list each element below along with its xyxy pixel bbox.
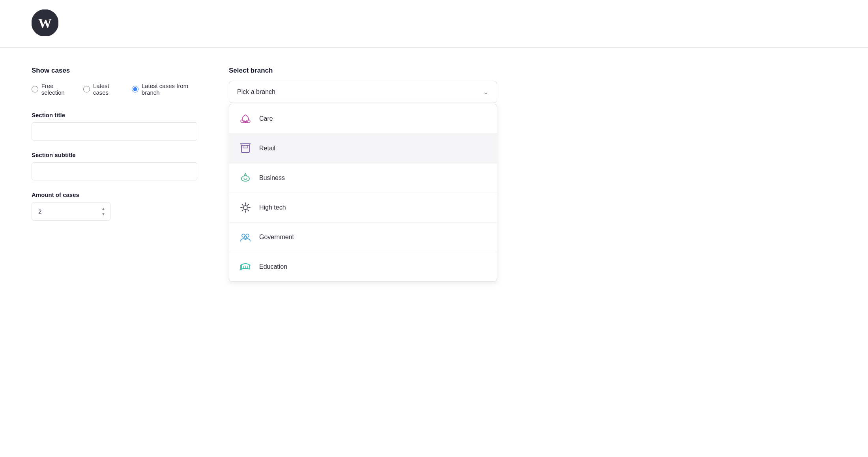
main-content: Show cases Free selection Latest cases L… [0, 48, 868, 301]
section-subtitle-label: Section subtitle [32, 152, 197, 158]
retail-icon [238, 141, 253, 156]
government-icon [238, 230, 253, 245]
amount-of-cases-input[interactable] [32, 202, 110, 221]
branch-option-business[interactable]: Business [229, 163, 497, 193]
branch-retail-label: Retail [259, 145, 275, 152]
section-title-input[interactable] [32, 122, 197, 140]
amount-input-wrapper: ▲ ▼ [32, 202, 110, 221]
branch-education-label: Education [259, 263, 287, 270]
section-subtitle-input[interactable] [32, 162, 197, 180]
radio-option-latest-cases[interactable]: Latest cases [83, 82, 121, 96]
business-icon [238, 170, 253, 185]
spinner-down-button[interactable]: ▼ [100, 212, 107, 217]
radio-latest-cases-branch-label: Latest cases from branch [142, 82, 197, 96]
show-cases-group: Show cases Free selection Latest cases L… [32, 67, 197, 96]
radio-latest-cases-label: Latest cases [93, 82, 121, 96]
svg-point-9 [243, 206, 247, 210]
radio-free-selection-label: Free selection [41, 82, 73, 96]
branch-option-government[interactable]: Government [229, 223, 497, 252]
care-icon [238, 111, 253, 126]
wordpress-logo: W [32, 9, 58, 36]
svg-rect-5 [243, 145, 248, 148]
amount-of-cases-label: Amount of cases [32, 191, 197, 198]
radio-option-free-selection[interactable]: Free selection [32, 82, 72, 96]
select-branch-label: Select branch [229, 67, 497, 75]
education-icon [238, 259, 253, 274]
show-cases-label: Show cases [32, 67, 197, 75]
branch-government-label: Government [259, 234, 294, 241]
chevron-down-icon: ⌄ [483, 88, 489, 96]
spinner-up-button[interactable]: ▲ [100, 206, 107, 211]
radio-option-latest-cases-branch[interactable]: Latest cases from branch [132, 82, 197, 96]
right-panel: Select branch Pick a branch ⌄ Car [229, 67, 497, 282]
amount-of-cases-group: Amount of cases ▲ ▼ [32, 191, 197, 221]
svg-text:W: W [38, 16, 52, 30]
section-title-group: Section title [32, 112, 197, 140]
svg-point-12 [244, 236, 247, 238]
hightech-icon [238, 200, 253, 215]
radio-group: Free selection Latest cases Latest cases… [32, 82, 197, 96]
left-panel: Show cases Free selection Latest cases L… [32, 67, 197, 232]
radio-latest-cases[interactable] [83, 85, 90, 93]
section-subtitle-group: Section subtitle [32, 152, 197, 180]
branch-option-high-tech[interactable]: High tech [229, 193, 497, 223]
radio-latest-cases-branch[interactable] [132, 85, 138, 93]
branch-business-label: Business [259, 174, 285, 182]
branch-dropdown-list: Care Retail [229, 104, 497, 282]
branch-option-education[interactable]: Education [229, 252, 497, 281]
branch-option-retail[interactable]: Retail [229, 134, 497, 163]
branch-high-tech-label: High tech [259, 204, 286, 211]
section-title-label: Section title [32, 112, 197, 118]
branch-care-label: Care [259, 115, 273, 122]
spinner-buttons: ▲ ▼ [100, 206, 107, 217]
svg-rect-4 [241, 145, 249, 152]
header: W [0, 0, 868, 48]
branch-option-care[interactable]: Care [229, 104, 497, 134]
radio-free-selection[interactable] [32, 85, 38, 93]
branch-dropdown-trigger[interactable]: Pick a branch ⌄ [229, 81, 497, 103]
branch-dropdown-placeholder: Pick a branch [237, 88, 275, 96]
